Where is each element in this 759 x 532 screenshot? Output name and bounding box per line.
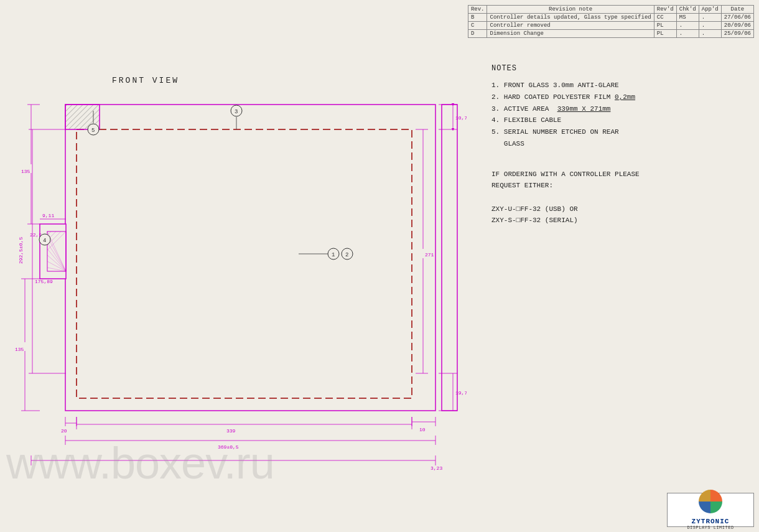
note-col-header: Revision note (487, 6, 654, 14)
svg-point-82 (328, 248, 339, 259)
svg-text:1: 1 (332, 252, 335, 258)
note-4: 4. FLEXIBLE CABLE (491, 114, 747, 126)
svg-text:3: 3 (235, 109, 238, 115)
svg-text:5: 5 (91, 128, 95, 134)
svg-rect-16 (65, 105, 100, 129)
note-d: Dimension Change (487, 30, 654, 38)
revision-table: Rev. Revision note Rev'd Chk'd App'd Dat… (468, 5, 754, 38)
svg-text:22,5: 22,5 (30, 232, 42, 238)
svg-text:135: 135 (15, 347, 24, 352)
rev-d: D (468, 30, 487, 38)
notes-title: NOTES (491, 62, 747, 75)
svg-text:339: 339 (226, 428, 236, 434)
revd-c: PL (654, 22, 676, 30)
svg-line-11 (47, 268, 66, 271)
rev-c: C (468, 22, 487, 30)
zytronic-sub: DISPLAYS LIMITED (687, 525, 733, 530)
svg-text:19,75: 19,75 (455, 390, 467, 396)
svg-point-86 (342, 248, 353, 259)
option-usb: ZXY-U-□FF-32 (USB) OR (491, 203, 747, 215)
zytronic-logo-inner: ZYTRONIC DISPLAYS LIMITED (687, 490, 733, 530)
svg-text:2: 2 (345, 252, 348, 258)
notes-area: NOTES 1. FRONT GLASS 3.0mm ANTI-GLARE 2.… (491, 62, 747, 226)
svg-line-12 (47, 231, 51, 235)
ordering-section: IF ORDERING WITH A CONTROLLER PLEASE REQ… (491, 169, 747, 226)
note-c: Controller removed (487, 22, 654, 30)
svg-line-14 (47, 231, 61, 245)
note-1: 1. FRONT GLASS 3.0mm ANTI-GLARE (491, 80, 747, 91)
chkd-col-header: Chk'd (676, 6, 699, 14)
option-serial: ZXY-S-□FF-32 (SERIAL) (491, 215, 747, 226)
svg-line-10 (47, 261, 66, 271)
svg-text:4: 4 (43, 238, 46, 244)
table-row: B Controller details updated, Glass type… (468, 14, 753, 22)
svg-rect-4 (47, 231, 66, 271)
date-c: 20/09/06 (721, 22, 753, 30)
svg-line-15 (47, 231, 66, 250)
appd-d: . (699, 30, 721, 38)
front-view-title: FRONT VIEW (112, 76, 179, 85)
drawing-svg: 10,75 19,75 292,5±0,5 135 135 9,11 22,5 … (12, 37, 467, 485)
svg-line-7 (47, 243, 66, 271)
svg-text:3,23: 3,23 (431, 465, 442, 471)
note-2: 2. HARD COATED POLYESTER FILM 0,2mm (491, 91, 747, 103)
svg-text:10: 10 (419, 427, 426, 432)
svg-line-5 (47, 231, 66, 271)
appd-col-header: App'd (699, 6, 721, 14)
ordering-sub: REQUEST EITHER: (491, 180, 747, 192)
appd-c: . (699, 22, 721, 30)
svg-point-74 (88, 124, 99, 135)
chkd-d: . (676, 30, 699, 38)
zytronic-logo: ZYTRONIC DISPLAYS LIMITED (667, 493, 754, 527)
revd-b: CC (654, 14, 676, 22)
ordering-header: IF ORDERING WITH A CONTROLLER PLEASE (491, 169, 747, 180)
svg-rect-2 (77, 129, 412, 398)
rev-col-header: Rev. (468, 6, 487, 14)
appd-b: . (699, 14, 721, 22)
svg-rect-0 (65, 105, 435, 411)
rev-b: B (468, 14, 487, 22)
note-5-cont: GLASS (491, 138, 747, 150)
svg-line-9 (47, 255, 66, 271)
svg-text:10,75: 10,75 (455, 115, 467, 121)
svg-point-77 (231, 105, 242, 116)
svg-text:9,11: 9,11 (42, 213, 54, 218)
note-5: 5. SERIAL NUMBER ETCHED ON REAR (491, 126, 747, 138)
date-col-header: Date (721, 6, 753, 14)
zytronic-name: ZYTRONIC (687, 518, 733, 525)
date-d: 25/09/06 (721, 30, 753, 38)
svg-text:135: 135 (21, 169, 30, 174)
svg-text:271: 271 (425, 252, 434, 258)
svg-point-80 (39, 234, 50, 245)
watermark: www.boxev.ru (6, 437, 274, 488)
svg-text:175,89: 175,89 (35, 279, 53, 284)
table-row: D Dimension Change PL . . 25/09/06 (468, 30, 753, 38)
note-3: 3. ACTIVE AREA 339mm X 271mm (491, 103, 747, 115)
chkd-c: . (676, 22, 699, 30)
svg-line-8 (47, 249, 66, 271)
zytronic-circle-icon (699, 490, 722, 513)
date-b: 27/06/06 (721, 14, 753, 22)
revd-col-header: Rev'd (654, 6, 676, 14)
svg-rect-3 (40, 224, 66, 279)
svg-line-13 (47, 231, 56, 240)
table-row: C Controller removed PL . . 20/09/06 (468, 22, 753, 30)
svg-text:20: 20 (61, 428, 67, 434)
chkd-b: MS (676, 14, 699, 22)
svg-rect-1 (442, 105, 457, 411)
revd-d: PL (654, 30, 676, 38)
svg-text:292,5±0,5: 292,5±0,5 (18, 237, 24, 264)
svg-line-6 (47, 236, 66, 271)
drawing-area: FRONT VIEW (12, 37, 467, 485)
note-b: Controller details updated, Glass type s… (487, 14, 654, 22)
